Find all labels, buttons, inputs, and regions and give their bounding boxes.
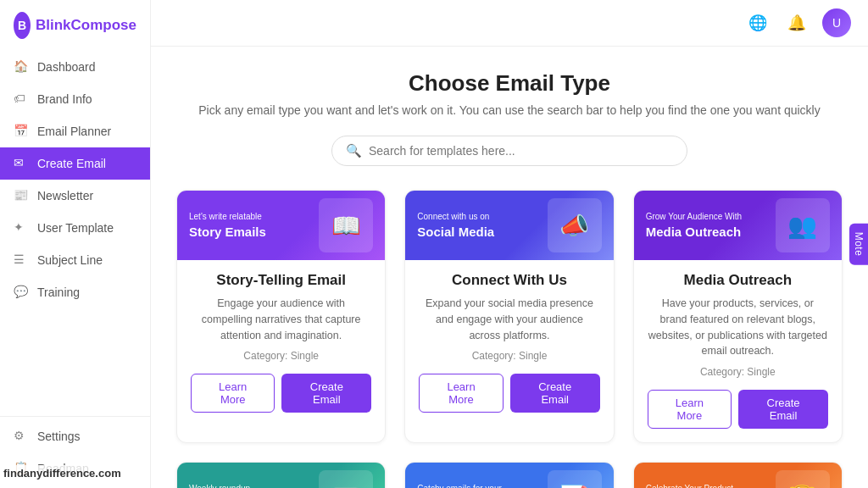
card-title-connect-with-us: Connect With Us xyxy=(419,272,599,289)
sidebar: B BlinkCompose 🏠 Dashboard🏷 Brand Info📅 … xyxy=(0,0,151,488)
card-banner-anniversary: Celebrate Your Product Anniversary 🏆 xyxy=(634,463,842,488)
banner-illustration-newsletter: 📰 xyxy=(319,470,373,488)
sidebar-nav: 🏠 Dashboard🏷 Brand Info📅 Email Planner✉ … xyxy=(0,47,150,416)
card-title-media-outreach: Media Outreach xyxy=(648,272,828,289)
banner-text-anniversary: Celebrate Your Product Anniversary xyxy=(646,483,733,489)
learn-more-button-media-outreach[interactable]: Learn More xyxy=(648,390,732,429)
subject-line-icon: ☰ xyxy=(14,252,29,268)
card-banner-connect-with-us: Connect with us on Social Media 📣 xyxy=(405,191,613,260)
sidebar-item-newsletter[interactable]: 📰 Newsletter xyxy=(0,180,150,212)
card-new-blog-post: Catchy emails for your New Blog Post 📝 xyxy=(404,462,614,488)
training-icon: 💬 xyxy=(14,285,29,300)
card-media-outreach: Grow Your Audience With Media Outreach 👥… xyxy=(633,190,843,443)
page-title: Choose Email Type xyxy=(176,70,843,97)
card-story-telling: Let's write relatable Story Emails 📖 Sto… xyxy=(176,190,386,443)
topbar: 🌐 🔔 U xyxy=(151,0,868,47)
logo-text: BlinkCompose xyxy=(36,17,136,34)
card-category-connect-with-us: Category: Single xyxy=(419,350,599,362)
banner-illustration-new-blog-post: 📝 xyxy=(548,470,602,488)
sidebar-item-brand-info[interactable]: 🏷 Brand Info xyxy=(0,83,150,115)
card-actions-story-telling: Learn More Create Email xyxy=(191,374,371,413)
search-input[interactable] xyxy=(369,144,673,158)
logo-icon: B xyxy=(14,12,31,39)
sidebar-item-training[interactable]: 💬 Training xyxy=(0,276,150,308)
notification-icon[interactable]: 🔔 xyxy=(783,9,810,36)
banner-text-newsletter: Weekly roundup Newsletter xyxy=(189,483,253,489)
sidebar-label-settings: Settings xyxy=(37,430,81,443)
sidebar-item-settings[interactable]: ⚙ Settings xyxy=(0,420,150,452)
main-content: 🌐 🔔 U Choose Email Type Pick any email t… xyxy=(151,0,868,488)
sidebar-label-newsletter: Newsletter xyxy=(37,189,93,202)
learn-more-button-story-telling[interactable]: Learn More xyxy=(191,374,275,413)
banner-illustration-story-telling: 📖 xyxy=(319,198,373,252)
watermark: findanydifference.com xyxy=(0,465,125,481)
banner-illustration-connect-with-us: 📣 xyxy=(548,198,602,252)
user-avatar[interactable]: U xyxy=(822,8,851,37)
translate-icon[interactable]: 🌐 xyxy=(744,9,771,36)
sidebar-item-user-template[interactable]: ✦ User Template xyxy=(0,212,150,244)
card-category-story-telling: Category: Single xyxy=(191,350,371,362)
sidebar-item-create-email[interactable]: ✉ Create Email xyxy=(0,147,150,180)
sidebar-label-create-email: Create Email xyxy=(37,157,106,170)
card-body-story-telling: Story-Telling Email Engage your audience… xyxy=(177,260,385,426)
card-connect-with-us: Connect with us on Social Media 📣 Connec… xyxy=(404,190,614,443)
search-bar[interactable]: 🔍 xyxy=(331,136,687,166)
banner-illustration-anniversary: 🏆 xyxy=(776,470,830,488)
dashboard-icon: 🏠 xyxy=(14,59,29,75)
banner-text-connect-with-us: Connect with us on Social Media xyxy=(417,211,494,241)
right-tab[interactable]: Mote xyxy=(849,224,868,265)
card-newsletter: Weekly roundup Newsletter 📰 xyxy=(176,462,386,488)
banner-illustration-media-outreach: 👥 xyxy=(776,198,830,252)
card-desc-connect-with-us: Expand your social media presence and en… xyxy=(419,296,599,343)
create-email-button-connect-with-us[interactable]: Create Email xyxy=(510,374,600,413)
card-category-media-outreach: Category: Single xyxy=(648,366,828,378)
sidebar-item-email-planner[interactable]: 📅 Email Planner xyxy=(0,115,150,147)
card-desc-story-telling: Engage your audience with compelling nar… xyxy=(191,296,371,343)
page-subtitle: Pick any email type you want and let's w… xyxy=(176,103,843,117)
learn-more-button-connect-with-us[interactable]: Learn More xyxy=(419,374,503,413)
card-body-media-outreach: Media Outreach Have your products, servi… xyxy=(634,260,842,442)
banner-text-media-outreach: Grow Your Audience With Media Outreach xyxy=(646,211,742,241)
newsletter-icon: 📰 xyxy=(14,188,29,203)
sidebar-label-email-planner: Email Planner xyxy=(37,125,111,138)
user-template-icon: ✦ xyxy=(14,220,29,236)
search-icon: 🔍 xyxy=(346,143,362,158)
sidebar-label-dashboard: Dashboard xyxy=(37,60,96,74)
banner-text-story-telling: Let's write relatable Story Emails xyxy=(189,211,266,241)
card-body-connect-with-us: Connect With Us Expand your social media… xyxy=(405,260,613,426)
sidebar-label-training: Training xyxy=(37,286,80,299)
card-banner-new-blog-post: Catchy emails for your New Blog Post 📝 xyxy=(405,463,613,488)
logo[interactable]: B BlinkCompose xyxy=(0,0,150,47)
card-desc-media-outreach: Have your products, services, or brand f… xyxy=(648,296,828,359)
card-anniversary: Celebrate Your Product Anniversary 🏆 xyxy=(633,462,843,488)
topbar-actions: 🌐 🔔 U xyxy=(744,8,851,37)
card-title-story-telling: Story-Telling Email xyxy=(191,272,371,289)
create-email-button-story-telling[interactable]: Create Email xyxy=(281,374,371,413)
card-actions-connect-with-us: Learn More Create Email xyxy=(419,374,599,413)
card-banner-media-outreach: Grow Your Audience With Media Outreach 👥 xyxy=(634,191,842,260)
sidebar-label-user-template: User Template xyxy=(37,221,114,235)
sidebar-item-subject-line[interactable]: ☰ Subject Line xyxy=(0,244,150,276)
create-email-icon: ✉ xyxy=(14,156,29,171)
card-banner-story-telling: Let's write relatable Story Emails 📖 xyxy=(177,191,385,260)
card-banner-newsletter: Weekly roundup Newsletter 📰 xyxy=(177,463,385,488)
card-actions-media-outreach: Learn More Create Email xyxy=(648,390,828,429)
page-content: Choose Email Type Pick any email type yo… xyxy=(151,47,868,488)
email-planner-icon: 📅 xyxy=(14,124,29,139)
sidebar-item-dashboard[interactable]: 🏠 Dashboard xyxy=(0,51,150,83)
create-email-button-media-outreach[interactable]: Create Email xyxy=(738,390,828,429)
sidebar-label-subject-line: Subject Line xyxy=(37,253,103,267)
brand-info-icon: 🏷 xyxy=(14,92,29,107)
sidebar-label-brand-info: Brand Info xyxy=(37,92,92,106)
settings-icon: ⚙ xyxy=(14,429,29,444)
cards-grid: Let's write relatable Story Emails 📖 Sto… xyxy=(176,190,843,488)
banner-text-new-blog-post: Catchy emails for your New Blog Post xyxy=(417,483,506,489)
